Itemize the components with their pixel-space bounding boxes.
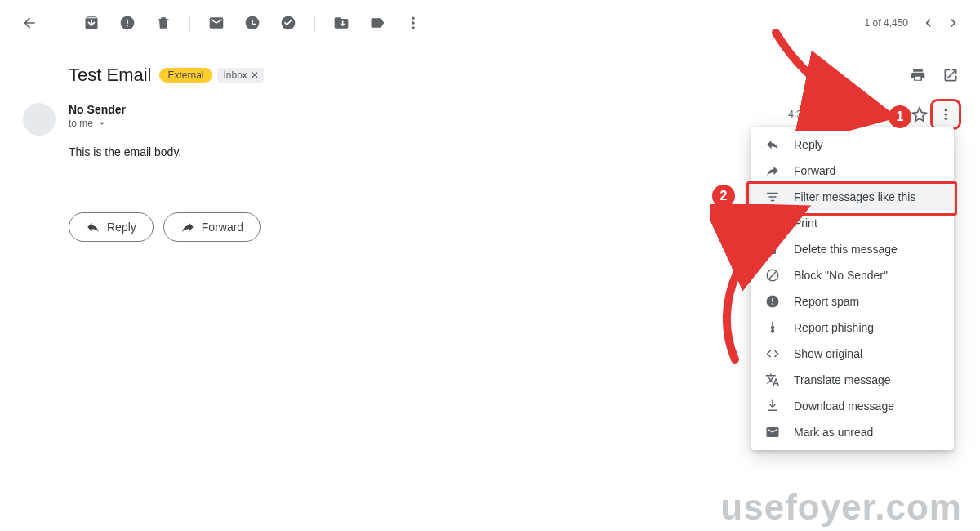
inbox-chip-label: Inbox bbox=[224, 69, 247, 81]
forward-button-label: Forward bbox=[202, 221, 243, 234]
menu-delete[interactable]: Delete this message bbox=[751, 236, 954, 262]
annotation-callout-1: 1 bbox=[889, 105, 911, 128]
message-time: 4:30 PM bbox=[788, 109, 825, 120]
watermark-text: usefoyer.com bbox=[720, 487, 962, 528]
svg-point-4 bbox=[945, 114, 947, 116]
menu-print[interactable]: Print bbox=[751, 210, 954, 236]
toolbar-separator bbox=[189, 15, 190, 31]
menu-download[interactable]: Download message bbox=[751, 393, 954, 419]
message-meta: 4:30 PM (38 minutes ago) bbox=[788, 103, 957, 126]
toolbar-right: 1 of 4,450 bbox=[865, 10, 967, 36]
star-icon[interactable] bbox=[911, 106, 928, 123]
add-to-tasks-icon[interactable] bbox=[272, 7, 305, 39]
menu-delete-label: Delete this message bbox=[794, 243, 898, 256]
menu-spam-label: Report spam bbox=[794, 295, 859, 308]
menu-phishing-label: Report phishing bbox=[794, 321, 874, 334]
annotation-callout-2: 2 bbox=[712, 185, 735, 207]
print-icon[interactable] bbox=[905, 62, 931, 88]
menu-unread-label: Mark as unread bbox=[794, 426, 873, 439]
menu-reply[interactable]: Reply bbox=[751, 132, 954, 158]
pager-text: 1 of 4,450 bbox=[865, 17, 908, 29]
menu-translate[interactable]: Translate message bbox=[751, 367, 954, 393]
svg-point-0 bbox=[412, 17, 414, 20]
menu-forward[interactable]: Forward bbox=[751, 158, 954, 184]
filter-icon bbox=[764, 189, 781, 205]
subject-row: Test Email External Inbox ✕ bbox=[0, 46, 980, 95]
svg-point-3 bbox=[945, 109, 947, 111]
delete-icon[interactable] bbox=[147, 7, 180, 39]
menu-unread[interactable]: Mark as unread bbox=[751, 419, 954, 445]
back-icon[interactable] bbox=[13, 7, 46, 39]
menu-filter[interactable]: Filter messages like this bbox=[751, 184, 954, 210]
menu-translate-label: Translate message bbox=[794, 373, 891, 386]
menu-original-label: Show original bbox=[794, 347, 862, 360]
spam-icon bbox=[764, 293, 781, 310]
sender-name: No Sender bbox=[69, 103, 126, 116]
menu-original[interactable]: Show original bbox=[751, 341, 954, 367]
phishing-icon bbox=[764, 319, 781, 336]
code-icon bbox=[764, 346, 781, 362]
menu-spam[interactable]: Report spam bbox=[751, 288, 954, 315]
svg-point-2 bbox=[412, 26, 414, 29]
message-context-menu: Reply Forward Filter messages like this … bbox=[751, 127, 954, 450]
download-icon bbox=[764, 398, 781, 414]
to-line-text: to me bbox=[69, 118, 93, 129]
report-spam-icon[interactable] bbox=[111, 7, 144, 39]
inbox-chip[interactable]: Inbox ✕ bbox=[217, 68, 264, 83]
external-chip: External bbox=[159, 68, 212, 83]
mark-unread-icon bbox=[764, 424, 781, 440]
snooze-icon[interactable] bbox=[236, 7, 269, 39]
forward-button[interactable]: Forward bbox=[163, 212, 261, 242]
menu-phishing[interactable]: Report phishing bbox=[751, 315, 954, 341]
svg-point-5 bbox=[945, 118, 947, 120]
menu-reply-label: Reply bbox=[794, 138, 823, 151]
chevron-down-icon bbox=[96, 118, 108, 129]
reply-button-label: Reply bbox=[107, 221, 136, 234]
reply-icon bbox=[764, 136, 781, 153]
avatar bbox=[23, 103, 56, 136]
menu-print-label: Print bbox=[794, 216, 817, 230]
toolbar-separator bbox=[314, 15, 315, 31]
translate-icon bbox=[764, 372, 781, 388]
pager-prev-icon[interactable] bbox=[915, 10, 941, 36]
trash-icon bbox=[764, 241, 781, 257]
reply-button[interactable]: Reply bbox=[69, 212, 154, 242]
email-subject: Test Email bbox=[69, 65, 151, 86]
menu-block-label: Block "No Sender" bbox=[794, 269, 888, 282]
mark-unread-icon[interactable] bbox=[200, 7, 233, 39]
message-more-button[interactable] bbox=[934, 103, 957, 126]
labels-icon[interactable] bbox=[361, 7, 394, 39]
menu-block[interactable]: Block "No Sender" bbox=[751, 262, 954, 288]
toolbar-left bbox=[13, 7, 430, 39]
menu-download-label: Download message bbox=[794, 399, 894, 413]
forward-icon bbox=[764, 163, 781, 179]
inbox-chip-close-icon[interactable]: ✕ bbox=[251, 69, 259, 81]
pager-next-icon[interactable] bbox=[941, 10, 967, 36]
menu-filter-label: Filter messages like this bbox=[794, 190, 915, 203]
print-icon bbox=[764, 215, 781, 231]
toolbar: 1 of 4,450 bbox=[0, 0, 980, 46]
more-toolbar-icon[interactable] bbox=[397, 7, 430, 39]
archive-icon[interactable] bbox=[75, 7, 108, 39]
svg-point-1 bbox=[412, 21, 414, 24]
block-icon bbox=[764, 267, 781, 283]
open-new-window-icon[interactable] bbox=[938, 62, 964, 88]
move-to-icon[interactable] bbox=[325, 7, 358, 39]
menu-forward-label: Forward bbox=[794, 164, 835, 177]
